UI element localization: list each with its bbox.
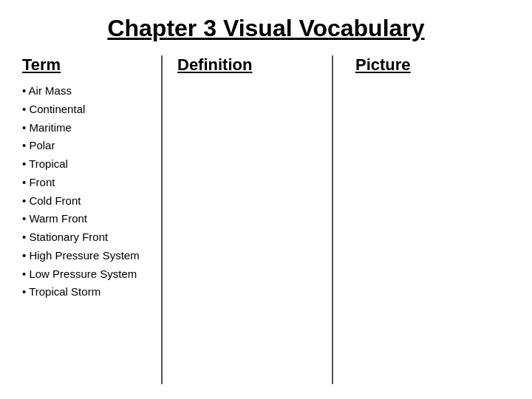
term-list: Air MassContinentalMaritimePolarTropical… <box>22 82 154 301</box>
term-header: Term <box>22 55 154 75</box>
list-item: Continental <box>22 100 154 119</box>
list-item: Tropical <box>22 155 154 174</box>
list-item: Polar <box>22 137 154 155</box>
list-item: Air Mass <box>22 82 154 100</box>
list-item: Tropical Storm <box>22 283 154 301</box>
page: Chapter 3 Visual Vocabulary Term Air Mas… <box>0 0 532 399</box>
page-title: Chapter 3 Visual Vocabulary <box>22 15 510 42</box>
list-item: Cold Front <box>22 192 154 211</box>
list-item: High Pressure System <box>22 247 154 265</box>
list-item: Low Pressure System <box>22 265 154 284</box>
picture-column: Picture <box>333 55 510 384</box>
picture-header: Picture <box>355 55 510 75</box>
list-item: Maritime <box>22 119 154 137</box>
term-column: Term Air MassContinentalMaritimePolarTro… <box>22 55 163 384</box>
columns-container: Term Air MassContinentalMaritimePolarTro… <box>22 55 510 384</box>
definition-header: Definition <box>177 55 332 75</box>
list-item: Stationary Front <box>22 228 154 247</box>
definition-column: Definition <box>163 55 333 384</box>
list-item: Front <box>22 174 154 192</box>
list-item: Warm Front <box>22 210 154 228</box>
